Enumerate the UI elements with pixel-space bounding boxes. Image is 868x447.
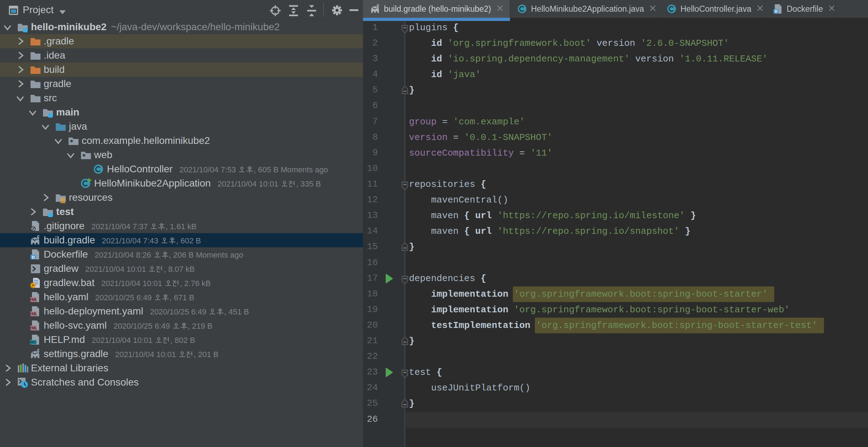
svg-text:YML: YML: [30, 297, 38, 302]
svg-text:MD: MD: [31, 340, 37, 344]
svg-text:YML: YML: [30, 312, 38, 316]
svg-text:YML: YML: [30, 326, 38, 330]
svg-text:D: D: [32, 255, 35, 259]
svg-text:D: D: [775, 10, 777, 14]
